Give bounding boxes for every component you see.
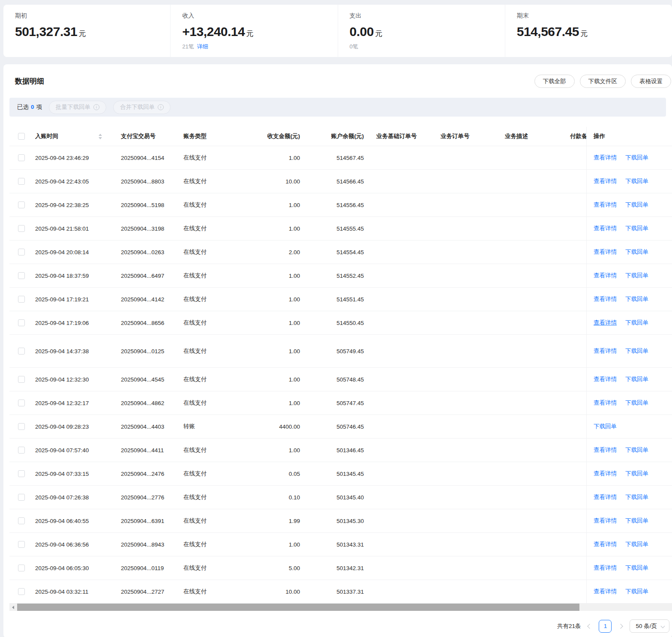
summary-label: 期末	[517, 12, 672, 20]
next-page-icon[interactable]	[618, 624, 623, 628]
summary-value: 501,327.31元	[15, 24, 170, 39]
table-row: 2025-09-04 06:36:56 20250904...8943 在线支付…	[9, 533, 672, 556]
row-checkbox[interactable]	[18, 447, 25, 454]
download-receipt-link[interactable]: 下载回单	[625, 588, 648, 595]
view-detail-link[interactable]: 查看详情	[594, 154, 617, 162]
income-count: 21笔	[182, 43, 194, 50]
row-checkbox[interactable]	[18, 541, 25, 548]
view-detail-link[interactable]: 查看详情	[594, 588, 617, 595]
cell-entry-time: 2025-09-04 06:05:30	[35, 565, 109, 571]
cell-balance: 501346.45	[300, 447, 364, 454]
cell-actions: 查看详情下载回单	[586, 170, 672, 193]
merge-download-receipt-button[interactable]: 合并下载回单i	[113, 101, 171, 114]
download-all-button[interactable]: 下载全部	[534, 75, 575, 88]
download-receipt-link[interactable]: 下载回单	[625, 248, 648, 256]
row-checkbox[interactable]	[18, 376, 25, 383]
cell-balance: 505748.45	[300, 376, 364, 383]
view-detail-link[interactable]: 查看详情	[594, 564, 617, 572]
cell-actions: 查看详情下载回单	[586, 462, 672, 485]
download-receipt-link[interactable]: 下载回单	[625, 154, 648, 162]
download-receipt-link[interactable]: 下载回单	[625, 376, 648, 383]
download-receipt-link[interactable]: 下载回单	[625, 541, 648, 548]
row-checkbox[interactable]	[18, 319, 25, 326]
download-receipt-link[interactable]: 下载回单	[625, 319, 648, 327]
download-receipt-link[interactable]: 下载回单	[625, 446, 648, 454]
summary-value: +13,240.14元	[182, 24, 337, 39]
page-size-select[interactable]: 50 条/页	[630, 619, 669, 633]
row-checkbox[interactable]	[18, 348, 25, 355]
chevron-down-icon	[661, 624, 665, 628]
view-detail-link[interactable]: 查看详情	[594, 248, 617, 256]
view-detail-link[interactable]: 查看详情	[594, 399, 617, 407]
view-detail-link[interactable]: 查看详情	[594, 347, 617, 355]
view-detail-link[interactable]: 查看详情	[594, 541, 617, 548]
summary-closing-balance: 期末 514,567.45元	[505, 5, 672, 57]
view-detail-link[interactable]: 查看详情	[594, 446, 617, 454]
row-checkbox[interactable]	[18, 423, 25, 430]
row-checkbox[interactable]	[18, 565, 25, 571]
view-detail-link[interactable]: 查看详情	[594, 517, 617, 525]
row-checkbox[interactable]	[18, 517, 25, 524]
cell-amount: 1.00	[239, 447, 300, 454]
download-receipt-link[interactable]: 下载回单	[625, 564, 648, 572]
row-checkbox[interactable]	[18, 470, 25, 477]
download-receipt-link[interactable]: 下载回单	[625, 399, 648, 407]
cell-account-type: 在线支付	[177, 470, 239, 478]
prev-page-icon[interactable]	[588, 624, 592, 628]
cell-actions: 查看详情下载回单	[586, 240, 672, 264]
scroll-left-arrow-icon[interactable]	[9, 604, 17, 611]
cell-balance: 501345.30	[300, 518, 364, 524]
cell-account-type: 在线支付	[177, 272, 239, 279]
cell-transaction-no: 20250904...6391	[109, 518, 177, 524]
scrollbar-thumb[interactable]	[17, 604, 579, 611]
cell-amount: 4400.00	[239, 424, 300, 430]
view-detail-link[interactable]: 查看详情	[594, 272, 617, 279]
cell-balance: 505747.45	[300, 400, 364, 406]
row-checkbox[interactable]	[18, 201, 25, 208]
sort-icon[interactable]	[99, 134, 102, 139]
row-checkbox[interactable]	[18, 494, 25, 501]
row-checkbox[interactable]	[18, 296, 25, 303]
cell-actions: 查看详情下载回单	[586, 264, 672, 287]
download-receipt-link[interactable]: 下载回单	[625, 177, 648, 185]
row-checkbox[interactable]	[18, 272, 25, 279]
view-detail-link[interactable]: 查看详情	[594, 295, 617, 303]
row-checkbox[interactable]	[18, 249, 25, 255]
download-receipt-link[interactable]: 下载回单	[625, 470, 648, 478]
row-checkbox[interactable]	[18, 225, 25, 232]
table-row: 2025-09-04 21:58:01 20250904...3198 在线支付…	[9, 217, 672, 240]
current-page-button[interactable]: 1	[599, 620, 612, 633]
download-receipt-link[interactable]: 下载回单	[625, 295, 648, 303]
view-detail-link[interactable]: 查看详情	[594, 225, 617, 232]
cell-transaction-no: 20250904...3198	[109, 225, 177, 232]
download-receipt-link[interactable]: 下载回单	[625, 517, 648, 525]
cell-balance: 501345.40	[300, 494, 364, 501]
view-detail-link[interactable]: 查看详情	[594, 201, 617, 209]
cell-transaction-no: 20250904...5198	[109, 202, 177, 208]
batch-download-receipt-button[interactable]: 批量下载回单i	[49, 101, 106, 114]
cell-account-type: 在线支付	[177, 319, 239, 327]
table-settings-button[interactable]: 表格设置	[631, 75, 671, 88]
horizontal-scrollbar[interactable]	[9, 604, 672, 611]
table-row: 2025-09-04 22:38:25 20250904...5198 在线支付…	[9, 193, 672, 217]
download-receipt-link[interactable]: 下载回单	[625, 201, 648, 209]
download-receipt-link[interactable]: 下载回单	[594, 423, 617, 430]
row-checkbox[interactable]	[18, 154, 25, 161]
download-receipt-link[interactable]: 下载回单	[625, 272, 648, 279]
download-file-area-button[interactable]: 下载文件区	[580, 75, 626, 88]
download-receipt-link[interactable]: 下载回单	[625, 493, 648, 501]
view-detail-link[interactable]: 查看详情	[594, 177, 617, 185]
row-checkbox[interactable]	[18, 400, 25, 406]
view-detail-link[interactable]: 查看详情	[594, 376, 617, 383]
cell-transaction-no: 20250904...8943	[109, 541, 177, 548]
view-detail-link[interactable]: 查看详情	[594, 493, 617, 501]
view-detail-link[interactable]: 查看详情	[594, 319, 617, 327]
download-receipt-link[interactable]: 下载回单	[625, 347, 648, 355]
select-all-checkbox[interactable]	[18, 133, 25, 140]
income-detail-link[interactable]: 详细	[197, 43, 208, 50]
row-checkbox[interactable]	[18, 588, 25, 595]
row-checkbox[interactable]	[18, 178, 25, 185]
download-receipt-link[interactable]: 下载回单	[625, 225, 648, 232]
cell-amount: 1.99	[239, 518, 300, 524]
view-detail-link[interactable]: 查看详情	[594, 470, 617, 478]
